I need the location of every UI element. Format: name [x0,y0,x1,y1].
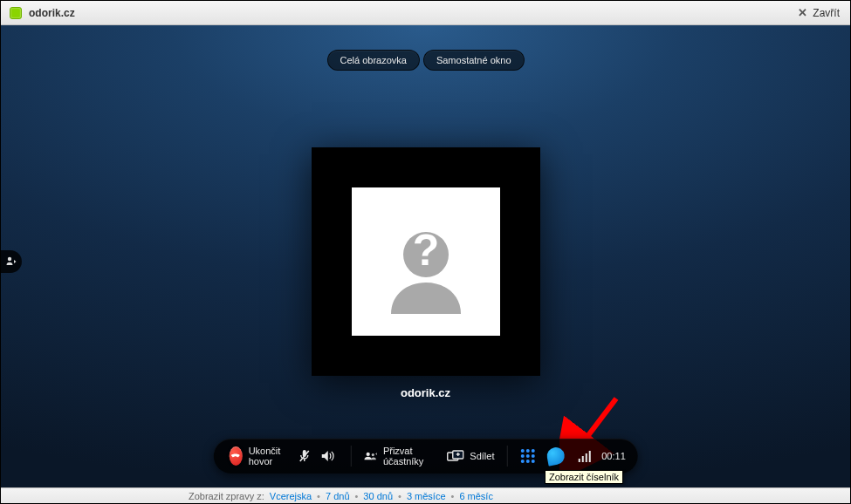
call-duration: 00:11 [598,451,626,461]
signal-strength-button[interactable] [572,450,598,462]
share-button[interactable]: Sdílet [443,450,498,462]
history-link[interactable]: 7 dnů [326,491,350,501]
invite-label: Přizvat účastníky [383,446,434,467]
speaker-button[interactable] [316,450,342,462]
history-label: Zobrazit zpravy z: [189,491,264,501]
signal-strength-icon [579,450,591,462]
speaker-icon [321,450,337,462]
chat-balloon-button[interactable] [540,447,572,465]
expand-contacts-icon [5,255,17,268]
toolbar-separator [507,446,508,467]
svg-point-8 [366,453,369,456]
close-icon: ✕ [798,6,807,19]
close-label: Zavřít [813,7,840,19]
title-bar: odorik.cz ✕ Zavřít [1,1,850,25]
contact-avatar-box: ? [312,147,540,376]
dialpad-button[interactable] [516,449,540,463]
hangup-icon [229,446,242,466]
share-screen-icon [446,450,463,462]
svg-point-0 [8,257,11,261]
svg-text:+: + [375,452,377,456]
view-mode-buttons: Celá obrazovka Samostatné okno [326,50,524,71]
history-link[interactable]: 30 dnů [363,491,393,501]
status-online-icon [10,7,22,19]
window-title: odorik.cz [29,7,75,19]
history-filter-bar: Zobrazit zpravy z: Vcerejska • 7 dnů • 3… [1,487,850,503]
call-toolbar: Ukončit hovor + [213,439,638,473]
popout-window-button[interactable]: Samostatné okno [423,50,525,71]
invite-participants-button[interactable]: + Přizvat účastníky [360,446,437,467]
mute-mic-button[interactable] [293,449,316,463]
call-area: Celá obrazovka Samostatné okno ? odorik.… [1,25,850,489]
fullscreen-button[interactable]: Celá obrazovka [326,50,419,71]
hangup-label: Ukončit hovor [249,446,290,467]
history-link[interactable]: 6 měsíc [459,491,493,501]
dialpad-icon [521,449,535,463]
close-window-button[interactable]: ✕ Zavřít [794,4,843,21]
group-add-icon: + [363,450,376,462]
toolbar-separator [351,446,352,467]
microphone-mute-icon [299,449,311,463]
svg-point-9 [371,453,374,456]
title-left: odorik.cz [10,7,75,19]
expand-contacts-tab[interactable] [1,250,22,273]
avatar-placeholder: ? [352,187,500,336]
dialpad-tooltip: Zobrazit číselník [545,470,623,484]
history-link[interactable]: 3 měsíce [407,491,446,501]
history-link[interactable]: Vcerejska [270,491,312,501]
contact-name-label: odorik.cz [401,386,450,399]
share-label: Sdílet [470,451,494,461]
svg-text:?: ? [412,226,439,275]
chat-balloon-icon [546,446,566,466]
hangup-button[interactable]: Ukončit hovor [225,446,292,467]
